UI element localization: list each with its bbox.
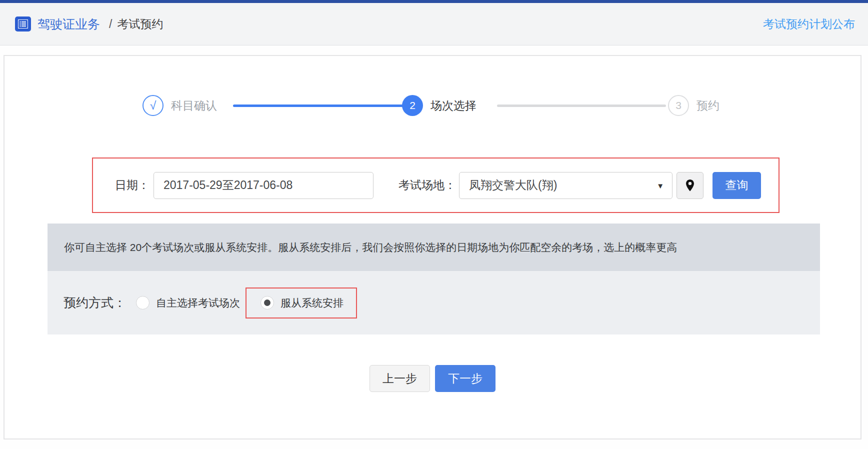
step-2-number: 2 [402, 95, 423, 116]
booking-mode-label: 预约方式： [64, 294, 126, 311]
page: 驾驶证业务 / 考试预约 考试预约计划公布 √ 科目确认 2 场次选择 3 预约… [0, 0, 868, 449]
step-3-number: 3 [668, 95, 689, 116]
notice-text: 你可自主选择 20个考试场次或服从系统安排。服从系统安排后，我们会按照你选择的日… [64, 240, 677, 254]
content-card: √ 科目确认 2 场次选择 3 预约 日期： 考试场地： 凤翔交警大队(翔) ▼ [4, 55, 862, 440]
step-1-label: 科目确认 [171, 98, 217, 114]
venue-select[interactable]: 凤翔交警大队(翔) ▼ [459, 172, 672, 199]
location-pin-icon [684, 178, 696, 192]
step-appointment: 3 预约 [668, 95, 720, 116]
radio-system-arrange[interactable]: 服从系统安排 [260, 296, 344, 310]
query-button[interactable]: 查询 [712, 172, 761, 199]
radio-circle-icon [136, 296, 150, 310]
breadcrumb-separator: / [109, 18, 112, 31]
step-subject-confirm: √ 科目确认 [142, 95, 217, 116]
filter-row-highlight: 日期： 考试场地： 凤翔交警大队(翔) ▼ 查询 [92, 158, 780, 213]
step-2-label: 场次选择 [430, 98, 476, 114]
exam-plan-link[interactable]: 考试预约计划公布 [763, 16, 855, 32]
license-business-icon [15, 16, 31, 32]
prev-step-button[interactable]: 上一步 [370, 365, 430, 392]
page-title: 驾驶证业务 [38, 16, 100, 32]
chevron-down-icon: ▼ [656, 181, 664, 190]
breadcrumb: 考试预约 [117, 16, 163, 32]
map-location-button[interactable] [676, 172, 704, 199]
radio-self-select[interactable]: 自主选择考试场次 [136, 296, 240, 310]
booking-mode-section: 预约方式： 自主选择考试场次 服从系统安排 [48, 271, 820, 334]
radio-circle-icon [260, 296, 274, 310]
venue-label: 考试场地： [398, 178, 456, 193]
step-connector-done [233, 104, 408, 107]
radio-self-select-label: 自主选择考试场次 [156, 296, 240, 310]
step-3-label: 预约 [696, 98, 720, 114]
action-button-row: 上一步 下一步 [4, 365, 860, 392]
step-connector-pending [497, 104, 666, 107]
notice-bar: 你可自主选择 20个考试场次或服从系统安排。服从系统安排后，我们会按照你选择的日… [48, 224, 820, 271]
date-range-input[interactable] [154, 172, 374, 199]
step-session-select: 2 场次选择 [402, 95, 476, 116]
selected-option-highlight: 服从系统安排 [246, 288, 357, 318]
header: 驾驶证业务 / 考试预约 考试预约计划公布 [0, 3, 868, 46]
venue-selected-value: 凤翔交警大队(翔) [469, 178, 557, 193]
next-step-button[interactable]: 下一步 [435, 365, 496, 392]
date-label: 日期： [115, 178, 150, 193]
step-1-check-icon: √ [142, 95, 164, 116]
radio-system-arrange-label: 服从系统安排 [280, 296, 344, 310]
